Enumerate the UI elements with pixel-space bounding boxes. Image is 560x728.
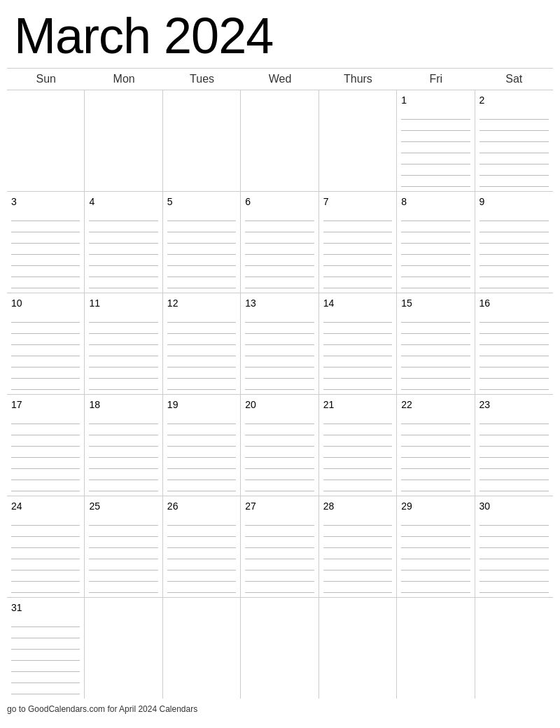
day-cell-31[interactable]: 31 [7, 598, 85, 699]
day-cell-5[interactable]: 5 [163, 192, 241, 293]
day-cell-20[interactable]: 20 [241, 395, 318, 496]
calendar-line [245, 345, 314, 356]
calendar-line [11, 266, 80, 277]
day-cell-8[interactable]: 8 [397, 192, 475, 293]
lines-container [89, 312, 158, 390]
day-cell-23[interactable]: 23 [475, 395, 553, 496]
day-cell-9[interactable]: 9 [475, 192, 553, 293]
day-number: 18 [89, 399, 158, 410]
calendar-line [167, 435, 236, 447]
calendar-line [245, 379, 314, 390]
day-number: 31 [11, 602, 80, 613]
day-header-mon: Mon [85, 69, 162, 90]
day-cell-4[interactable]: 4 [85, 192, 162, 293]
day-cell-1[interactable]: 1 [397, 90, 475, 192]
calendar-line [89, 469, 158, 480]
day-number: 2 [479, 94, 549, 106]
day-cell-18[interactable]: 18 [85, 395, 162, 496]
day-cell-empty[interactable] [163, 90, 241, 192]
calendar-line [479, 312, 549, 323]
day-cell-26[interactable]: 26 [163, 496, 241, 598]
day-cell-19[interactable]: 19 [163, 395, 241, 496]
calendar-line [479, 435, 549, 447]
day-cell-22[interactable]: 22 [397, 395, 475, 496]
calendar-line [245, 537, 314, 548]
calendar-line [167, 356, 236, 368]
calendar-line [323, 379, 392, 390]
calendar-line [479, 514, 549, 526]
day-cell-2[interactable]: 2 [475, 90, 553, 192]
day-cell-14[interactable]: 14 [319, 293, 397, 395]
day-cell-11[interactable]: 11 [85, 293, 162, 395]
day-cell-28[interactable]: 28 [319, 496, 397, 598]
calendar-line [401, 266, 470, 277]
calendar-line [11, 526, 80, 537]
calendar-line [401, 514, 470, 526]
day-cell-25[interactable]: 25 [85, 496, 162, 598]
day-cell-empty[interactable] [163, 598, 241, 699]
calendar-line [167, 570, 236, 582]
day-cell-empty[interactable] [319, 90, 397, 192]
day-cell-12[interactable]: 12 [163, 293, 241, 395]
day-cell-10[interactable]: 10 [7, 293, 85, 395]
calendar-line [167, 255, 236, 266]
day-cell-empty[interactable] [319, 598, 397, 699]
lines-container [323, 413, 392, 491]
day-cell-7[interactable]: 7 [319, 192, 397, 293]
day-number: 11 [89, 298, 158, 309]
calendar-line [11, 537, 80, 548]
calendar-line [89, 244, 158, 255]
calendar-line [245, 570, 314, 582]
calendar-line [323, 570, 392, 582]
calendar-line [323, 277, 392, 288]
calendar-line [479, 153, 549, 164]
calendar-line [245, 232, 314, 244]
calendar-line [167, 548, 236, 559]
calendar-line [245, 548, 314, 559]
calendar-line [323, 210, 392, 221]
calendar-line [479, 164, 549, 176]
calendar-line [89, 424, 158, 435]
calendar-line [167, 345, 236, 356]
calendar-line [11, 345, 80, 356]
day-cell-27[interactable]: 27 [241, 496, 318, 598]
calendar-line [167, 458, 236, 469]
day-cell-3[interactable]: 3 [7, 192, 85, 293]
calendar-line [323, 514, 392, 526]
calendar-line [245, 356, 314, 368]
day-cell-empty[interactable] [7, 90, 85, 192]
day-cell-empty[interactable] [85, 598, 162, 699]
calendar-line [167, 469, 236, 480]
calendar-line [401, 142, 470, 153]
day-cell-empty[interactable] [241, 90, 318, 192]
calendar-line [401, 480, 470, 491]
day-cell-21[interactable]: 21 [319, 395, 397, 496]
day-cell-24[interactable]: 24 [7, 496, 85, 598]
calendar-line [401, 469, 470, 480]
day-cell-13[interactable]: 13 [241, 293, 318, 395]
calendar-line [11, 469, 80, 480]
calendar-line [245, 323, 314, 334]
day-cell-17[interactable]: 17 [7, 395, 85, 496]
day-cell-6[interactable]: 6 [241, 192, 318, 293]
day-cell-30[interactable]: 30 [475, 496, 553, 598]
lines-container [401, 210, 470, 288]
calendar-line [323, 458, 392, 469]
calendar-line [479, 526, 549, 537]
page-title: March 2024 [0, 0, 560, 68]
day-number: 25 [89, 500, 158, 512]
calendar-line [89, 368, 158, 379]
day-header-thurs: Thurs [319, 69, 397, 90]
day-cell-16[interactable]: 16 [475, 293, 553, 395]
day-cell-15[interactable]: 15 [397, 293, 475, 395]
day-cell-empty[interactable] [397, 598, 475, 699]
day-cell-29[interactable]: 29 [397, 496, 475, 598]
day-cell-empty[interactable] [241, 598, 318, 699]
calendar-line [479, 469, 549, 480]
day-cell-empty[interactable] [475, 598, 553, 699]
day-cell-empty[interactable] [85, 90, 162, 192]
day-number: 9 [479, 196, 549, 207]
calendar-line [245, 277, 314, 288]
day-number: 21 [323, 399, 392, 410]
calendar-line [167, 424, 236, 435]
